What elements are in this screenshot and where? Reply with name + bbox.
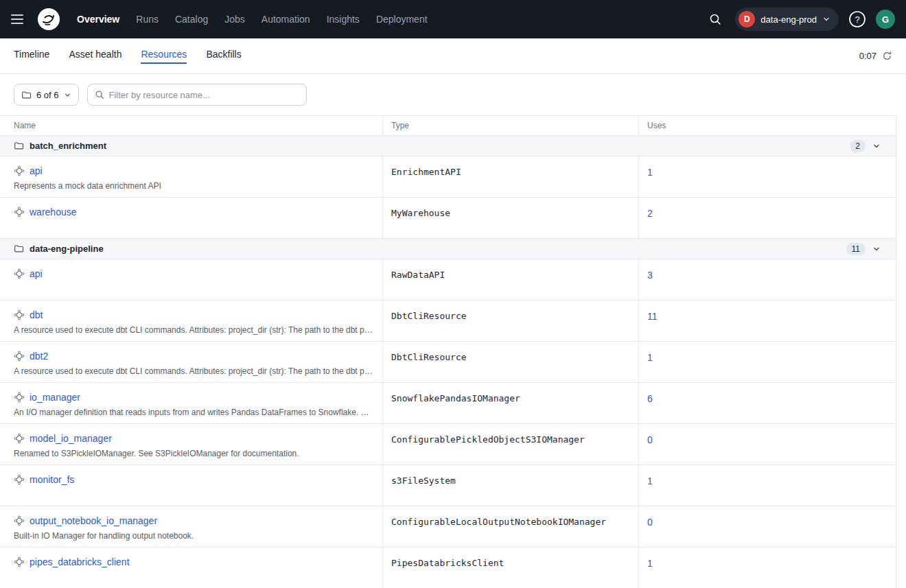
resource-name-cell: api [0,259,382,300]
resource-uses[interactable]: 0 [647,434,653,445]
resource-uses-cell: 1 [638,548,896,588]
code-location-filter-dropdown[interactable]: 6 of 6 [14,84,79,106]
resource-name-link[interactable]: output_notebook_io_manager [30,515,157,526]
resource-filter-input[interactable] [109,90,299,100]
tab-asset-health[interactable]: Asset health [69,49,121,64]
resource-icon [14,268,25,279]
resource-name-link[interactable]: warehouse [30,207,77,217]
resource-uses[interactable]: 1 [647,167,653,178]
resource-group-row[interactable]: batch_enrichment 2 [0,136,896,156]
resource-uses[interactable]: 1 [647,352,653,363]
resource-name-link[interactable]: api [30,268,43,279]
collapse-chevron-icon[interactable] [872,245,881,253]
resource-name-cell: monitor_fs [0,465,382,506]
resource-icon [14,515,25,526]
resource-uses[interactable]: 6 [647,393,653,404]
resource-uses[interactable]: 11 [647,311,658,322]
resource-icon [14,474,25,485]
resources-table: Name Type Uses batch_enrichment 2 [0,115,896,588]
resource-group-row[interactable]: data-eng-pipeline 11 [0,239,896,259]
resource-row: api Represents a mock data enrichment AP… [0,156,896,198]
resource-name-cell: io_manager An I/O manager definition tha… [0,383,382,423]
dagster-logo-icon [37,8,60,31]
resource-row: dbt A resource used to execute dbt CLI c… [0,301,896,342]
resource-type: DbtCliResource [382,342,638,382]
nav-item-overview[interactable]: Overview [70,10,126,29]
resource-name-link[interactable]: dbt2 [30,351,48,362]
resource-uses-cell: 2 [638,198,896,238]
resource-name-link[interactable]: api [30,165,43,176]
workspace-switcher[interactable]: D data-eng-prod [735,8,839,31]
resource-name-link[interactable]: monitor_fs [30,474,74,485]
collapse-chevron-icon[interactable] [872,142,881,150]
resource-uses[interactable]: 0 [647,517,653,528]
resource-row: io_manager An I/O manager definition tha… [0,383,896,424]
table-header: Name Type Uses [0,116,896,136]
resource-name-cell: dbt A resource used to execute dbt CLI c… [0,301,382,341]
resource-type: PipesDatabricksClient [382,548,638,588]
resource-icon [14,556,25,567]
nav-item-deployment[interactable]: Deployment [369,10,434,29]
column-header-type: Type [382,116,638,135]
resource-name-link[interactable]: io_manager [30,392,80,403]
resource-icon [14,433,25,444]
resource-type: ConfigurableLocalOutputNotebookIOManager [382,506,638,547]
refresh-icon[interactable] [882,51,892,61]
tab-resources[interactable]: Resources [141,49,187,64]
resource-name-cell: pipes_databricks_client [0,548,382,588]
resource-name-cell: dbt2 A resource used to execute dbt CLI … [0,342,382,382]
group-count-badge: 2 [850,140,866,152]
resource-row: pipes_databricks_client PipesDatabricksC… [0,548,896,588]
resource-name-link[interactable]: model_io_manager [30,433,112,444]
resource-row: output_notebook_io_manager Built-in IO M… [0,506,896,548]
tab-backfills[interactable]: Backfills [206,49,241,64]
resource-icon [14,351,25,362]
nav-item-insights[interactable]: Insights [320,10,367,29]
resource-name-cell: output_notebook_io_manager Built-in IO M… [0,506,382,547]
resource-description: A resource used to execute dbt CLI comma… [14,366,374,376]
search-icon[interactable] [705,9,725,30]
resource-icon [14,392,25,403]
workspace-name: data-eng-prod [760,14,817,25]
filter-count-label: 6 of 6 [36,90,59,100]
resource-row: model_io_manager Renamed to S3PickleIOMa… [0,424,896,465]
top-nav: Overview Runs Catalog Jobs Automation In… [0,0,906,38]
column-header-uses: Uses [638,116,896,135]
resource-type: RawDataAPI [382,259,638,300]
chevron-down-icon [64,91,71,99]
nav-item-jobs[interactable]: Jobs [218,10,252,29]
resource-type: MyWarehouse [382,198,638,238]
resource-search-box [87,84,307,106]
column-header-name: Name [0,116,382,135]
resource-uses-cell: 11 [638,301,896,341]
help-icon[interactable]: ? [848,10,866,28]
resource-uses-cell: 1 [638,342,896,382]
resource-description: Built-in IO Manager for handling output … [14,531,374,541]
user-avatar[interactable]: G [876,10,895,29]
resource-name-link[interactable]: pipes_databricks_client [30,556,130,567]
resource-uses-cell: 0 [638,506,896,547]
resource-uses[interactable]: 3 [647,270,653,281]
resource-type: ConfigurablePickledObjectS3IOManager [382,424,638,464]
resource-uses[interactable]: 1 [647,475,653,486]
resource-uses[interactable]: 2 [647,208,653,219]
resource-uses[interactable]: 1 [647,558,653,569]
resource-name-cell: warehouse [0,198,382,238]
tab-timeline[interactable]: Timeline [14,49,49,64]
overview-tabbar: Timeline Asset health Resources Backfill… [0,38,906,74]
resource-row: dbt2 A resource used to execute dbt CLI … [0,342,896,383]
resource-name-link[interactable]: dbt [30,309,43,320]
resource-icon [14,309,25,320]
nav-item-runs[interactable]: Runs [129,10,165,29]
hamburger-menu-icon[interactable] [11,10,30,29]
table-body: batch_enrichment 2 [0,136,896,588]
nav-item-automation[interactable]: Automation [255,10,317,29]
resource-description: Renamed to S3PickleIOManager. See S3Pick… [14,449,374,458]
folder-icon [14,141,24,151]
group-name: data-eng-pipeline [30,244,104,254]
resource-row: warehouse MyWarehouse 2 [0,198,896,239]
nav-item-catalog[interactable]: Catalog [168,10,215,29]
chevron-down-icon [822,15,830,23]
folder-icon [14,244,24,254]
resource-type: s3FileSystem [382,465,638,506]
